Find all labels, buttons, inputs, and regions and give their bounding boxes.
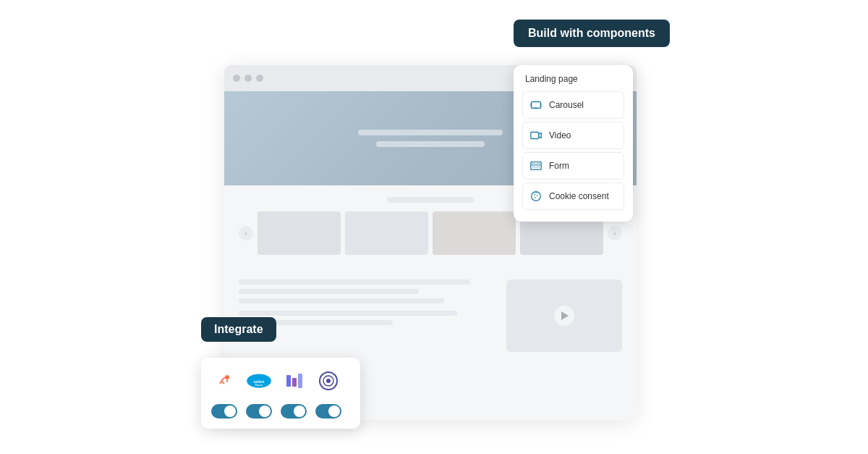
panel-item-carousel[interactable]: Carousel <box>522 91 624 119</box>
svg-rect-2 <box>540 103 542 106</box>
toggle-hubspot-knob <box>224 405 236 417</box>
hubspot-logo <box>211 368 237 394</box>
panel-title: Landing page <box>522 74 624 84</box>
play-button[interactable] <box>554 306 574 326</box>
toggle-stripe-knob <box>294 405 305 417</box>
salesforce-logo: sales force <box>246 368 272 394</box>
svg-line-17 <box>221 377 225 381</box>
svg-rect-24 <box>286 375 291 387</box>
bottom-content <box>224 272 637 359</box>
svg-text:force: force <box>255 383 263 387</box>
cookie-icon <box>529 189 543 203</box>
panel-item-cookie-label: Cookie consent <box>549 191 609 201</box>
carousel-thumb-1 <box>258 211 341 255</box>
svg-line-19 <box>221 381 224 384</box>
subtitle-bar <box>387 197 474 203</box>
svg-point-13 <box>537 195 538 196</box>
build-with-components-badge: Build with components <box>514 20 670 47</box>
integration-logos: sales force <box>211 368 350 394</box>
video-icon <box>529 128 543 143</box>
form-icon <box>529 159 543 173</box>
svg-rect-26 <box>298 374 302 388</box>
carousel-arrow-right[interactable]: › <box>608 226 622 240</box>
text-line-4 <box>239 311 457 316</box>
toggle-speaker[interactable] <box>315 404 341 419</box>
svg-point-16 <box>226 377 229 379</box>
stripe-logo <box>281 368 307 394</box>
svg-point-3 <box>534 107 535 108</box>
integration-panel: sales force <box>201 358 360 429</box>
toggle-stripe[interactable] <box>281 404 307 419</box>
toggle-salesforce-knob <box>259 405 271 417</box>
browser-dot-red <box>233 75 240 82</box>
speaker-logo <box>315 368 341 394</box>
panel-item-video[interactable]: Video <box>522 122 624 149</box>
carousel-thumb-3 <box>433 211 516 255</box>
panel-item-form-label: Form <box>549 161 569 171</box>
toggle-speaker-knob <box>328 405 340 417</box>
play-icon <box>561 311 569 320</box>
toggle-hubspot[interactable] <box>211 404 237 419</box>
carousel-arrow-left[interactable]: ‹ <box>239 226 253 240</box>
svg-rect-8 <box>532 164 536 166</box>
video-block <box>506 279 622 352</box>
integrate-badge: Integrate <box>201 317 276 342</box>
svg-point-5 <box>537 107 537 108</box>
panel-item-video-label: Video <box>549 130 571 140</box>
panel-item-form[interactable]: Form <box>522 152 624 180</box>
svg-rect-25 <box>292 378 297 387</box>
panel-item-carousel-label: Carousel <box>549 100 584 110</box>
text-line-3 <box>239 298 444 303</box>
text-line-2 <box>239 289 419 294</box>
text-block <box>239 279 495 352</box>
svg-point-4 <box>535 107 536 108</box>
browser-dot-yellow <box>244 75 252 82</box>
svg-point-14 <box>535 197 536 198</box>
integration-toggles <box>211 404 350 419</box>
component-panel: Landing page Carousel Video <box>514 65 633 222</box>
svg-point-29 <box>326 379 331 383</box>
svg-rect-9 <box>537 164 540 166</box>
carousel-thumb-2 <box>345 211 428 255</box>
svg-point-12 <box>534 194 535 196</box>
browser-dot-green <box>256 75 263 82</box>
carousel-icon <box>529 98 543 112</box>
svg-rect-1 <box>530 103 532 106</box>
toggle-salesforce[interactable] <box>246 404 272 419</box>
hero-subtitle-line <box>376 141 485 147</box>
svg-rect-6 <box>531 133 539 139</box>
hero-title-line <box>358 130 503 135</box>
text-line-1 <box>239 279 470 285</box>
panel-item-cookie[interactable]: Cookie consent <box>522 182 624 210</box>
